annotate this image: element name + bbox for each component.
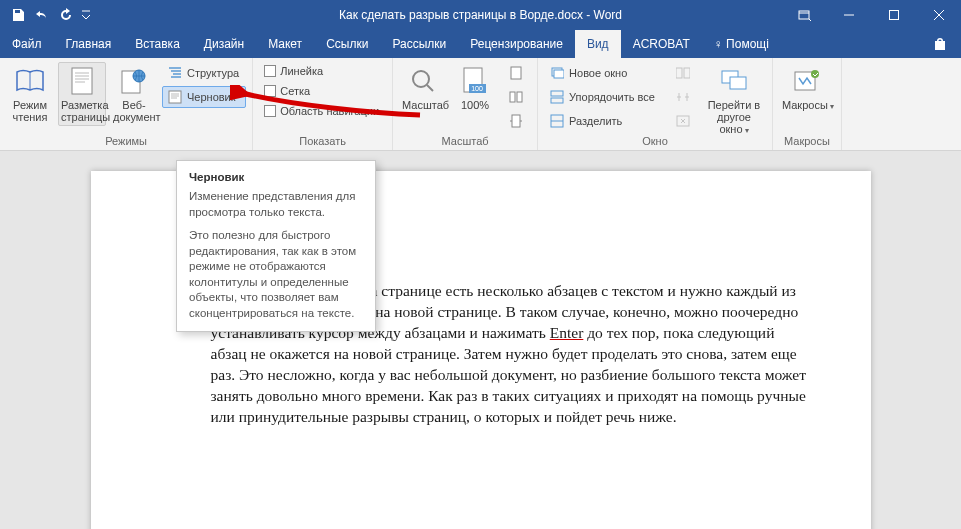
magnifier-icon bbox=[402, 65, 444, 97]
svg-rect-2 bbox=[72, 68, 92, 94]
zoom-100-label: 100% bbox=[454, 99, 496, 111]
group-macros-name: Макросы bbox=[779, 133, 835, 148]
outline-label: Структура bbox=[187, 67, 239, 79]
page-width-icon bbox=[508, 113, 524, 129]
sync-scroll-icon bbox=[675, 89, 691, 105]
ruler-label: Линейка bbox=[280, 65, 323, 77]
svg-rect-15 bbox=[554, 70, 564, 78]
arrange-all-button[interactable]: Упорядочить все bbox=[544, 86, 662, 108]
zoom-100-button[interactable]: 100 100% bbox=[451, 62, 499, 114]
checkbox-icon bbox=[264, 85, 276, 97]
tab-references[interactable]: Ссылки bbox=[314, 30, 380, 58]
read-mode-button[interactable]: Режим чтения bbox=[6, 62, 54, 126]
svg-rect-0 bbox=[799, 11, 809, 19]
share-icon[interactable] bbox=[927, 31, 953, 57]
reset-window-icon bbox=[675, 113, 691, 129]
close-button[interactable] bbox=[916, 0, 961, 30]
new-window-button[interactable]: Новое окно bbox=[544, 62, 662, 84]
split-icon bbox=[549, 113, 565, 129]
save-icon[interactable] bbox=[8, 5, 28, 25]
multi-page-icon bbox=[508, 89, 524, 105]
ribbon-options-icon[interactable] bbox=[781, 0, 826, 30]
tab-layout[interactable]: Макет bbox=[256, 30, 314, 58]
arrange-all-label: Упорядочить все bbox=[569, 91, 655, 103]
split-button[interactable]: Разделить bbox=[544, 110, 662, 132]
sync-scroll-button[interactable] bbox=[670, 86, 698, 108]
minimize-button[interactable] bbox=[826, 0, 871, 30]
redo-icon[interactable] bbox=[56, 5, 76, 25]
svg-rect-13 bbox=[512, 115, 520, 127]
svg-rect-10 bbox=[511, 67, 521, 79]
tab-view[interactable]: Вид bbox=[575, 30, 621, 58]
reset-window-button[interactable] bbox=[670, 110, 698, 132]
svg-rect-19 bbox=[676, 68, 682, 78]
zoom-label: Масштаб bbox=[402, 99, 444, 111]
svg-rect-20 bbox=[684, 68, 690, 78]
switch-windows-icon bbox=[705, 65, 763, 97]
quick-access-toolbar bbox=[0, 5, 92, 25]
page-width-button[interactable] bbox=[503, 110, 531, 132]
group-show-name: Показать bbox=[259, 133, 386, 148]
switch-windows-label: Перейти в другое окно bbox=[708, 99, 761, 135]
svg-rect-1 bbox=[889, 11, 898, 20]
ruler-checkbox[interactable]: Линейка bbox=[259, 62, 386, 80]
book-icon bbox=[9, 65, 51, 97]
svg-rect-5 bbox=[169, 91, 181, 103]
tab-mailings[interactable]: Рассылки bbox=[380, 30, 458, 58]
one-page-icon bbox=[508, 65, 524, 81]
document-area[interactable]: Представьте, что у вас на странице есть … bbox=[0, 151, 961, 529]
draft-tooltip: Черновик Изменение представления для про… bbox=[176, 160, 376, 332]
new-window-icon bbox=[549, 65, 565, 81]
ribbon: Режим чтения Разметка страницы Веб-докум… bbox=[0, 58, 961, 151]
group-zoom: Масштаб 100 100% Масштаб bbox=[393, 58, 538, 150]
undo-icon[interactable] bbox=[32, 5, 52, 25]
nav-pane-checkbox[interactable]: Область навигации bbox=[259, 102, 386, 120]
zoom-button[interactable]: Масштаб bbox=[399, 62, 447, 114]
tab-design[interactable]: Дизайн bbox=[192, 30, 256, 58]
gridlines-checkbox[interactable]: Сетка bbox=[259, 82, 386, 100]
split-label: Разделить bbox=[569, 115, 622, 127]
arrange-icon bbox=[549, 89, 565, 105]
tooltip-description-1: Изменение представления для просмотра то… bbox=[189, 189, 363, 220]
group-macros: Макросы▾ Макросы bbox=[773, 58, 842, 150]
tab-acrobat[interactable]: ACROBAT bbox=[621, 30, 702, 58]
page-icon bbox=[61, 65, 103, 97]
globe-page-icon bbox=[113, 65, 155, 97]
maximize-button[interactable] bbox=[871, 0, 916, 30]
nav-pane-label: Область навигации bbox=[280, 105, 379, 117]
checkbox-icon bbox=[264, 105, 276, 117]
macros-button[interactable]: Макросы▾ bbox=[779, 62, 835, 115]
web-layout-button[interactable]: Веб-документ bbox=[110, 62, 158, 126]
view-side-by-side-button[interactable] bbox=[670, 62, 698, 84]
checkbox-icon bbox=[264, 65, 276, 77]
group-modes-name: Режимы bbox=[6, 133, 246, 148]
svg-rect-16 bbox=[551, 91, 563, 96]
enter-text: Enter bbox=[550, 324, 584, 341]
tab-review[interactable]: Рецензирование bbox=[458, 30, 575, 58]
one-page-button[interactable] bbox=[503, 62, 531, 84]
tab-file[interactable]: Файл bbox=[0, 30, 54, 58]
multi-page-button[interactable] bbox=[503, 86, 531, 108]
svg-rect-12 bbox=[517, 92, 522, 102]
switch-windows-button[interactable]: Перейти в другое окно▾ bbox=[702, 62, 766, 126]
tab-home[interactable]: Главная bbox=[54, 30, 124, 58]
read-mode-label: Режим чтения bbox=[9, 99, 51, 123]
window-controls bbox=[781, 0, 961, 30]
outline-button[interactable]: Структура bbox=[162, 62, 246, 84]
svg-rect-17 bbox=[551, 98, 563, 103]
web-layout-label: Веб-документ bbox=[113, 99, 155, 123]
group-zoom-name: Масштаб bbox=[399, 133, 531, 148]
print-layout-button[interactable]: Разметка страницы bbox=[58, 62, 106, 126]
group-window-name: Окно bbox=[544, 133, 766, 148]
new-window-label: Новое окно bbox=[569, 67, 627, 79]
tab-insert[interactable]: Вставка bbox=[123, 30, 192, 58]
draft-button[interactable]: Черновик bbox=[162, 86, 246, 108]
outline-icon bbox=[167, 65, 183, 81]
svg-rect-23 bbox=[730, 77, 746, 89]
svg-point-25 bbox=[811, 70, 819, 78]
print-layout-label: Разметка страницы bbox=[61, 99, 103, 123]
group-show: Линейка Сетка Область навигации Показать bbox=[253, 58, 393, 150]
qat-customize-icon[interactable] bbox=[80, 5, 92, 25]
ribbon-tabs: Файл Главная Вставка Дизайн Макет Ссылки… bbox=[0, 30, 961, 58]
tab-tell-me[interactable]: ♀ Помощі bbox=[702, 30, 781, 58]
